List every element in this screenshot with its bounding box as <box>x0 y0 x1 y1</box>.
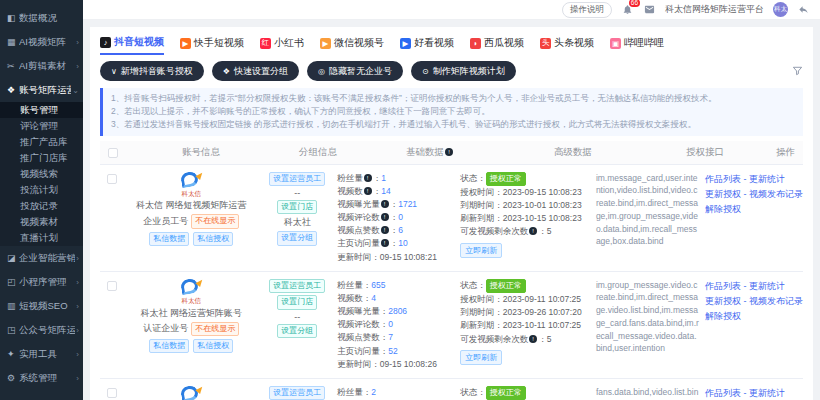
tab-kuaishou[interactable]: ▶快手短视频 <box>180 36 244 54</box>
stat-separator: ： <box>390 225 399 235</box>
column-header-label: 账号信息 <box>182 146 220 157</box>
sidebar-item-video-assets[interactable]: 视频素材 <box>0 214 83 230</box>
sidebar-item-label: 小程序管理 <box>19 276 75 289</box>
table-row: 科太信科太社 网络运营矩阵账号认证企业号不在线显示私信数据私信授权设置运营员工设… <box>100 272 803 379</box>
operation-link[interactable]: 作品列表 - 更新统计 <box>705 172 803 187</box>
operation-link[interactable]: 解除授权 <box>705 202 803 217</box>
sidebar-item-label: AI视频矩阵 <box>19 36 75 49</box>
filter-icon[interactable] <box>792 62 803 80</box>
account-badge[interactable]: 私信数据 <box>149 232 189 246</box>
group-badge[interactable]: 设置运营员工 <box>269 172 325 186</box>
account-info-cell: 科太信科太信 短视频运营账号工具企业员工号不在线显示私信数据私信授权 <box>124 386 260 400</box>
adv-time-line: 刷新到期：2023-10-11 10:07:25 <box>460 319 596 332</box>
group-info-cell: 设置运营员工--设置门店科太社设置分组 <box>259 172 335 264</box>
sidebar-item-dashboard[interactable]: ◧数据概况 <box>0 6 83 30</box>
platform-tabs: ♪抖音短视频▶快手短视频红小红书▶微信视频号▶好看视频◗西瓜视频头头条视频▣哔哩… <box>100 35 803 55</box>
tab-bilibili[interactable]: ▣哔哩哔哩 <box>610 36 664 54</box>
account-brand: 科太信 <box>124 297 260 305</box>
sidebar-item-mini-program[interactable]: ◰小程序管理› <box>0 270 83 294</box>
stat-line: 粉丝量!：1 <box>337 172 460 185</box>
group-badge[interactable]: 设置门店 <box>277 295 317 309</box>
tab-wechat-channels[interactable]: ▶微信视频号 <box>320 36 384 54</box>
make-plan-button[interactable]: ⊙制作矩阵视频计划 <box>411 61 516 81</box>
sidebar-item-account-manage[interactable]: 账号管理 <box>0 102 83 118</box>
stat-value: 10 <box>398 238 407 248</box>
sidebar-item-enterprise-marketing[interactable]: ◪企业智能营销› <box>0 246 83 270</box>
offline-badge[interactable]: 不在线显示 <box>191 322 239 336</box>
sidebar-item-video-seo[interactable]: ▥短视频SEO› <box>0 294 83 318</box>
stat-line: 更新时间：09-15 10:08:26 <box>337 358 460 371</box>
info-icon: ! <box>381 200 389 208</box>
row-checkbox[interactable] <box>107 388 117 398</box>
refresh-auth-button[interactable]: 立即刷新 <box>460 243 502 258</box>
stat-line: 视频评论数!：0 <box>337 211 460 224</box>
offline-badge[interactable]: 不在线显示 <box>191 214 239 228</box>
group-badge[interactable]: 设置运营员工 <box>269 386 325 400</box>
stat-label: 视频数 <box>337 186 363 196</box>
sidebar-item-video-leads[interactable]: 视频线索 <box>0 166 83 182</box>
operations-cell: 作品列表 - 更新统计更新授权 - 视频发布记录解除授权 <box>705 279 803 371</box>
ai-video-matrix-icon: ▦ <box>7 37 19 47</box>
notice-line-3: 3、若通过发送抖音账号授权固定链接 的形式进行授权，切勿在手机端打开，并通过输入… <box>111 118 795 131</box>
stat-value: 1721 <box>398 199 417 209</box>
operation-link[interactable]: 更新授权 - 视频发布记录 <box>705 294 803 309</box>
stat-value: 1 <box>381 173 386 183</box>
column-header-label: 高级数据 <box>554 146 592 157</box>
mail-icon[interactable] <box>643 3 656 16</box>
auth-scopes-text: fans.data.bind,video.list.bind,im.messag… <box>596 386 699 400</box>
sidebar-item-ad-records[interactable]: 投放记录 <box>0 198 83 214</box>
tab-douyin[interactable]: ♪抖音短视频 <box>100 35 164 55</box>
main-column: 操作说明 66 科太信网络矩阵运营平台 科太 ♪抖音短视频▶快手短视频红小红书▶… <box>83 0 820 400</box>
add-auth-button[interactable]: ∨新增抖音账号授权 <box>100 61 204 81</box>
account-name-text: 科太信 网络短视频矩阵运营 <box>124 199 260 212</box>
sidebar-item-store-library[interactable]: 推广门店库 <box>0 150 83 166</box>
refresh-auth-button[interactable]: 立即刷新 <box>460 350 502 365</box>
sidebar-item-product-library[interactable]: 推广产品库 <box>0 134 83 150</box>
avatar[interactable]: 科太 <box>773 2 788 17</box>
sidebar-item-ad-plan[interactable]: 投流计划 <box>0 182 83 198</box>
operation-link[interactable]: 解除授权 <box>705 309 803 324</box>
tab-label: 西瓜视频 <box>484 36 524 50</box>
bell-icon[interactable]: 66 <box>621 3 634 16</box>
advanced-data-cell: 状态：授权正常授权时间：2023-09-15 10:08:23到期时间：2023… <box>460 172 596 264</box>
account-logo <box>179 279 203 297</box>
tab-xigua[interactable]: ◗西瓜视频 <box>470 36 524 54</box>
hide-non-enterprise-button[interactable]: ◎隐藏暂无企业号 <box>307 61 403 81</box>
quick-group-button[interactable]: ❖快速设置分组 <box>212 61 299 81</box>
select-all-checkbox[interactable] <box>108 148 118 158</box>
account-badge[interactable]: 私信授权 <box>193 339 233 353</box>
operation-link[interactable]: 作品列表 - 更新统计 <box>705 279 803 294</box>
group-badge[interactable]: 设置运营员工 <box>269 279 325 293</box>
group-badge[interactable]: 设置分组 <box>277 324 317 338</box>
account-info-cell: 科太信科太信 网络短视频矩阵运营企业员工号不在线显示私信数据私信授权 <box>124 172 260 264</box>
group-badge[interactable]: 设置门店 <box>277 200 317 214</box>
sidebar-item-system[interactable]: ⚙系统管理› <box>0 366 83 390</box>
column-header: 基础数据! <box>360 146 498 159</box>
row-checkbox[interactable] <box>107 174 117 184</box>
tab-xiaohongshu[interactable]: 红小红书 <box>260 36 304 54</box>
toutiao-icon: 头 <box>540 38 551 49</box>
sidebar-item-live-plan[interactable]: 直播计划 <box>0 230 83 246</box>
sidebar-item-tools[interactable]: ✦实用工具› <box>0 342 83 366</box>
help-pill[interactable]: 操作说明 <box>562 2 612 18</box>
stat-line: 视频评论数：0 <box>337 318 460 331</box>
stat-line: 视频数：4 <box>337 292 460 305</box>
group-badge[interactable]: 设置分组 <box>277 231 317 245</box>
account-badge[interactable]: 私信授权 <box>193 232 233 246</box>
sidebar-item-label: 短视频SEO <box>19 300 75 313</box>
operation-link[interactable]: 更新授权 - 视频发布记录 <box>705 187 803 202</box>
operation-link[interactable]: 作品列表 - 更新统计 <box>705 386 803 400</box>
sidebar-item-ai-clip-assets[interactable]: ✂AI剪辑素材› <box>0 54 83 78</box>
sidebar-item-comment-manage[interactable]: 评论管理 <box>0 118 83 134</box>
logout-icon[interactable] <box>797 3 810 16</box>
row-checkbox[interactable] <box>107 281 117 291</box>
account-badge[interactable]: 私信数据 <box>149 339 189 353</box>
sidebar-item-official-account[interactable]: ◳公众号矩阵运营› <box>0 318 83 342</box>
tab-toutiao[interactable]: 头头条视频 <box>540 36 594 54</box>
sidebar-item-account-matrix[interactable]: ❖账号矩阵运营⌄ <box>0 78 83 102</box>
stat-separator: ： <box>373 173 382 183</box>
logo-pen <box>196 170 205 179</box>
adv-time-line: 授权时间：2023-09-15 10:08:23 <box>460 186 596 199</box>
tab-haokan[interactable]: ▶好看视频 <box>400 36 454 54</box>
sidebar-item-ai-video-matrix[interactable]: ▦AI视频矩阵› <box>0 30 83 54</box>
